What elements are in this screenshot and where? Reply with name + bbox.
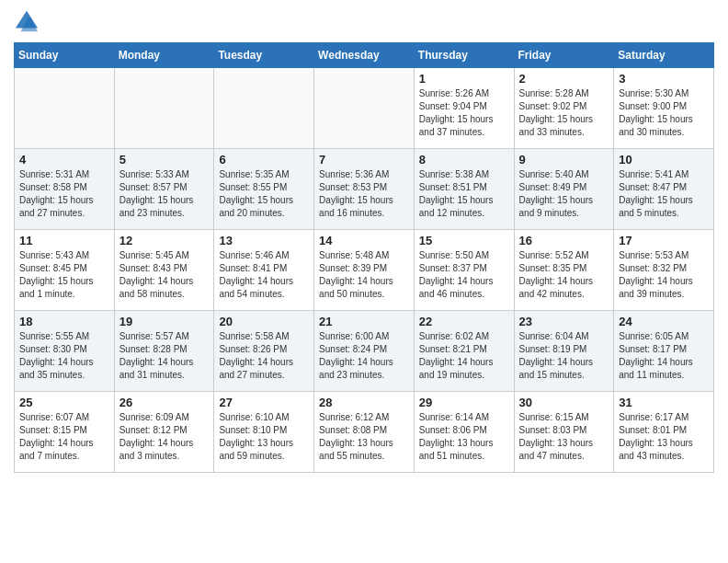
day-number: 2 bbox=[519, 72, 609, 86]
day-info: Sunrise: 5:53 AM Sunset: 8:32 PM Dayligh… bbox=[619, 249, 709, 301]
day-info: Sunrise: 5:43 AM Sunset: 8:45 PM Dayligh… bbox=[19, 249, 109, 301]
day-number: 23 bbox=[519, 315, 609, 328]
day-number: 11 bbox=[19, 234, 109, 247]
day-info: Sunrise: 5:57 AM Sunset: 8:28 PM Dayligh… bbox=[119, 330, 210, 382]
day-info: Sunrise: 5:38 AM Sunset: 8:51 PM Dayligh… bbox=[419, 168, 509, 220]
day-info: Sunrise: 5:41 AM Sunset: 8:47 PM Dayligh… bbox=[619, 168, 709, 220]
calendar-week-4: 18Sunrise: 5:55 AM Sunset: 8:30 PM Dayli… bbox=[15, 311, 714, 392]
day-number: 6 bbox=[219, 153, 309, 167]
calendar-cell: 23Sunrise: 6:04 AM Sunset: 8:19 PM Dayli… bbox=[514, 311, 614, 392]
day-info: Sunrise: 5:58 AM Sunset: 8:26 PM Dayligh… bbox=[219, 330, 309, 382]
calendar-cell: 14Sunrise: 5:48 AM Sunset: 8:39 PM Dayli… bbox=[314, 230, 415, 311]
day-number: 14 bbox=[319, 234, 409, 247]
day-number: 9 bbox=[519, 153, 609, 167]
column-header-saturday: Saturday bbox=[614, 43, 714, 68]
calendar-cell: 13Sunrise: 5:46 AM Sunset: 8:41 PM Dayli… bbox=[214, 230, 314, 311]
day-number: 30 bbox=[519, 396, 609, 409]
day-info: Sunrise: 6:17 AM Sunset: 8:01 PM Dayligh… bbox=[619, 411, 709, 463]
calendar-cell: 9Sunrise: 5:40 AM Sunset: 8:49 PM Daylig… bbox=[514, 149, 614, 230]
day-info: Sunrise: 6:05 AM Sunset: 8:17 PM Dayligh… bbox=[619, 330, 709, 382]
day-info: Sunrise: 6:00 AM Sunset: 8:24 PM Dayligh… bbox=[319, 330, 409, 382]
day-number: 7 bbox=[319, 153, 409, 167]
calendar-cell: 11Sunrise: 5:43 AM Sunset: 8:45 PM Dayli… bbox=[15, 230, 115, 311]
day-number: 20 bbox=[219, 315, 309, 328]
day-number: 27 bbox=[219, 396, 309, 409]
day-info: Sunrise: 6:02 AM Sunset: 8:21 PM Dayligh… bbox=[419, 330, 509, 382]
calendar-cell: 19Sunrise: 5:57 AM Sunset: 8:28 PM Dayli… bbox=[114, 311, 214, 392]
day-info: Sunrise: 5:28 AM Sunset: 9:02 PM Dayligh… bbox=[519, 87, 609, 139]
day-number: 19 bbox=[119, 315, 210, 328]
calendar-week-2: 4Sunrise: 5:31 AM Sunset: 8:58 PM Daylig… bbox=[15, 149, 714, 230]
calendar-cell: 5Sunrise: 5:33 AM Sunset: 8:57 PM Daylig… bbox=[114, 149, 214, 230]
column-header-wednesday: Wednesday bbox=[314, 43, 415, 68]
day-number: 4 bbox=[19, 153, 109, 167]
day-info: Sunrise: 6:09 AM Sunset: 8:12 PM Dayligh… bbox=[119, 411, 210, 463]
logo-icon bbox=[14, 9, 40, 35]
day-number: 5 bbox=[119, 153, 210, 167]
day-number: 16 bbox=[519, 234, 609, 247]
calendar-cell: 15Sunrise: 5:50 AM Sunset: 8:37 PM Dayli… bbox=[414, 230, 514, 311]
day-number: 18 bbox=[19, 315, 109, 328]
calendar-week-3: 11Sunrise: 5:43 AM Sunset: 8:45 PM Dayli… bbox=[15, 230, 714, 311]
day-info: Sunrise: 5:52 AM Sunset: 8:35 PM Dayligh… bbox=[519, 249, 609, 301]
day-number: 29 bbox=[419, 396, 509, 409]
calendar-cell: 16Sunrise: 5:52 AM Sunset: 8:35 PM Dayli… bbox=[514, 230, 614, 311]
day-number: 21 bbox=[319, 315, 409, 328]
day-info: Sunrise: 6:14 AM Sunset: 8:06 PM Dayligh… bbox=[419, 411, 509, 463]
calendar-cell: 24Sunrise: 6:05 AM Sunset: 8:17 PM Dayli… bbox=[614, 311, 714, 392]
calendar-cell: 10Sunrise: 5:41 AM Sunset: 8:47 PM Dayli… bbox=[614, 149, 714, 230]
day-info: Sunrise: 5:46 AM Sunset: 8:41 PM Dayligh… bbox=[219, 249, 309, 301]
calendar-cell: 6Sunrise: 5:35 AM Sunset: 8:55 PM Daylig… bbox=[214, 149, 314, 230]
calendar-cell: 4Sunrise: 5:31 AM Sunset: 8:58 PM Daylig… bbox=[15, 149, 115, 230]
day-info: Sunrise: 5:45 AM Sunset: 8:43 PM Dayligh… bbox=[119, 249, 210, 301]
calendar-cell: 31Sunrise: 6:17 AM Sunset: 8:01 PM Dayli… bbox=[614, 392, 714, 473]
calendar-cell: 1Sunrise: 5:26 AM Sunset: 9:04 PM Daylig… bbox=[414, 68, 514, 149]
calendar-cell: 18Sunrise: 5:55 AM Sunset: 8:30 PM Dayli… bbox=[15, 311, 115, 392]
day-number: 15 bbox=[419, 234, 509, 247]
calendar-cell: 2Sunrise: 5:28 AM Sunset: 9:02 PM Daylig… bbox=[514, 68, 614, 149]
day-info: Sunrise: 5:35 AM Sunset: 8:55 PM Dayligh… bbox=[219, 168, 309, 220]
column-header-sunday: Sunday bbox=[15, 43, 115, 68]
day-info: Sunrise: 6:12 AM Sunset: 8:08 PM Dayligh… bbox=[319, 411, 409, 463]
calendar-cell: 25Sunrise: 6:07 AM Sunset: 8:15 PM Dayli… bbox=[15, 392, 115, 473]
calendar-cell: 12Sunrise: 5:45 AM Sunset: 8:43 PM Dayli… bbox=[114, 230, 214, 311]
day-number: 1 bbox=[419, 72, 509, 86]
calendar-cell: 28Sunrise: 6:12 AM Sunset: 8:08 PM Dayli… bbox=[314, 392, 415, 473]
day-number: 3 bbox=[619, 72, 709, 86]
day-number: 26 bbox=[119, 396, 210, 409]
day-number: 13 bbox=[219, 234, 309, 247]
calendar-header-row: SundayMondayTuesdayWednesdayThursdayFrid… bbox=[15, 43, 714, 68]
calendar-table: SundayMondayTuesdayWednesdayThursdayFrid… bbox=[14, 42, 714, 473]
day-info: Sunrise: 5:31 AM Sunset: 8:58 PM Dayligh… bbox=[19, 168, 109, 220]
day-info: Sunrise: 5:26 AM Sunset: 9:04 PM Dayligh… bbox=[419, 87, 509, 139]
day-info: Sunrise: 5:36 AM Sunset: 8:53 PM Dayligh… bbox=[319, 168, 409, 220]
day-number: 25 bbox=[19, 396, 109, 409]
day-info: Sunrise: 6:10 AM Sunset: 8:10 PM Dayligh… bbox=[219, 411, 309, 463]
calendar-cell: 29Sunrise: 6:14 AM Sunset: 8:06 PM Dayli… bbox=[414, 392, 514, 473]
day-info: Sunrise: 5:48 AM Sunset: 8:39 PM Dayligh… bbox=[319, 249, 409, 301]
day-info: Sunrise: 5:50 AM Sunset: 8:37 PM Dayligh… bbox=[419, 249, 509, 301]
day-number: 10 bbox=[619, 153, 709, 167]
calendar-cell: 22Sunrise: 6:02 AM Sunset: 8:21 PM Dayli… bbox=[414, 311, 514, 392]
calendar-cell bbox=[114, 68, 214, 149]
calendar-cell bbox=[214, 68, 314, 149]
calendar-cell: 17Sunrise: 5:53 AM Sunset: 8:32 PM Dayli… bbox=[614, 230, 714, 311]
column-header-tuesday: Tuesday bbox=[214, 43, 314, 68]
column-header-friday: Friday bbox=[514, 43, 614, 68]
day-number: 31 bbox=[619, 396, 709, 409]
day-number: 24 bbox=[619, 315, 709, 328]
calendar-cell: 26Sunrise: 6:09 AM Sunset: 8:12 PM Dayli… bbox=[114, 392, 214, 473]
day-number: 12 bbox=[119, 234, 210, 247]
calendar-cell: 3Sunrise: 5:30 AM Sunset: 9:00 PM Daylig… bbox=[614, 68, 714, 149]
column-header-thursday: Thursday bbox=[414, 43, 514, 68]
logo bbox=[14, 9, 43, 35]
calendar-cell: 27Sunrise: 6:10 AM Sunset: 8:10 PM Dayli… bbox=[214, 392, 314, 473]
calendar-week-1: 1Sunrise: 5:26 AM Sunset: 9:04 PM Daylig… bbox=[15, 68, 714, 149]
day-number: 8 bbox=[419, 153, 509, 167]
calendar-week-5: 25Sunrise: 6:07 AM Sunset: 8:15 PM Dayli… bbox=[15, 392, 714, 473]
day-info: Sunrise: 5:55 AM Sunset: 8:30 PM Dayligh… bbox=[19, 330, 109, 382]
day-info: Sunrise: 6:15 AM Sunset: 8:03 PM Dayligh… bbox=[519, 411, 609, 463]
calendar-cell: 20Sunrise: 5:58 AM Sunset: 8:26 PM Dayli… bbox=[214, 311, 314, 392]
day-info: Sunrise: 6:07 AM Sunset: 8:15 PM Dayligh… bbox=[19, 411, 109, 463]
calendar-cell: 30Sunrise: 6:15 AM Sunset: 8:03 PM Dayli… bbox=[514, 392, 614, 473]
